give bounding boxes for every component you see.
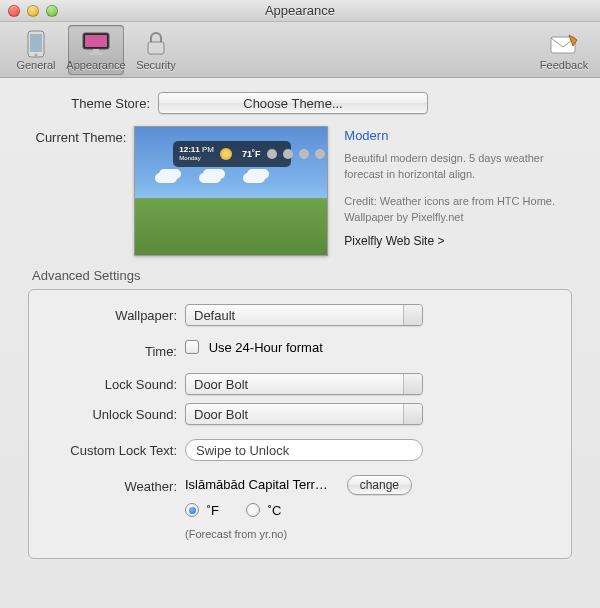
custom-lock-input[interactable] (185, 439, 423, 461)
weather-location: Islāmābād Capital Terr… (185, 477, 343, 492)
unit-f-label: ˚F (207, 503, 219, 518)
tab-feedback[interactable]: Feedback (536, 25, 592, 75)
theme-store-label: Theme Store: (28, 92, 158, 111)
phone-icon (20, 29, 52, 59)
window-title: Appearance (0, 3, 600, 18)
custom-lock-label: Custom Lock Text: (39, 439, 185, 458)
time-label: Time: (39, 340, 185, 359)
tab-appearance[interactable]: Appearance (68, 25, 124, 75)
theme-website-link[interactable]: Pixelfly Web Site > (344, 232, 572, 250)
unit-f-radio[interactable] (185, 503, 199, 517)
use-24h-checkbox[interactable] (185, 340, 199, 354)
wallpaper-label: Wallpaper: (39, 304, 185, 323)
tab-label: General (16, 59, 55, 71)
weather-label: Weather: (39, 475, 185, 494)
advanced-settings-group: Wallpaper: Default ▲▼ Time: Use 24-Hour … (28, 289, 572, 559)
tab-security[interactable]: Security (128, 25, 184, 75)
svg-rect-6 (89, 53, 103, 55)
select-value: Door Bolt (194, 407, 248, 422)
tab-general[interactable]: General (8, 25, 64, 75)
svg-rect-5 (93, 49, 99, 53)
chevron-updown-icon: ▲▼ (409, 407, 417, 423)
forecast-note: (Forecast from yr.no) (185, 528, 412, 540)
wallpaper-select[interactable]: Default ▲▼ (185, 304, 423, 326)
tab-label: Appearance (66, 59, 125, 71)
svg-point-2 (34, 53, 37, 56)
advanced-settings-title: Advanced Settings (32, 268, 572, 283)
unlock-sound-label: Unlock Sound: (39, 403, 185, 422)
svg-rect-4 (85, 35, 107, 47)
lock-sound-select[interactable]: Door Bolt ▲▼ (185, 373, 423, 395)
tab-label: Security (136, 59, 176, 71)
svg-rect-7 (148, 42, 164, 54)
lock-icon (140, 29, 172, 59)
chevron-updown-icon: ▲▼ (409, 377, 417, 393)
change-location-button[interactable]: change (347, 475, 412, 495)
titlebar: Appearance (0, 0, 600, 22)
toolbar: General Appearance Security Feedback (0, 22, 600, 78)
lock-sound-label: Lock Sound: (39, 373, 185, 392)
unlock-sound-select[interactable]: Door Bolt ▲▼ (185, 403, 423, 425)
theme-thumbnail: 12:11 PMMonday 71˚F (134, 126, 328, 256)
unit-c-radio[interactable] (246, 503, 260, 517)
current-theme-label: Current Theme: (28, 126, 134, 145)
select-value: Door Bolt (194, 377, 248, 392)
tab-label: Feedback (540, 59, 588, 71)
sun-icon (220, 148, 232, 160)
monitor-icon (80, 29, 112, 59)
theme-credit: Credit: Weather icons are from HTC Home. (344, 193, 572, 210)
svg-rect-1 (30, 34, 42, 52)
chevron-updown-icon: ▲▼ (409, 308, 417, 324)
choose-theme-button[interactable]: Choose Theme... (158, 92, 428, 114)
theme-wallpaper-credit: Wallpaper by Pixelfly.net (344, 209, 572, 226)
unit-c-label: ˚C (268, 503, 282, 518)
select-value: Default (194, 308, 235, 323)
envelope-icon (548, 29, 580, 59)
theme-name: Modern (344, 126, 572, 146)
theme-description: Beautiful modern design. 5 days weather … (344, 150, 572, 183)
use-24h-label: Use 24-Hour format (209, 340, 323, 355)
